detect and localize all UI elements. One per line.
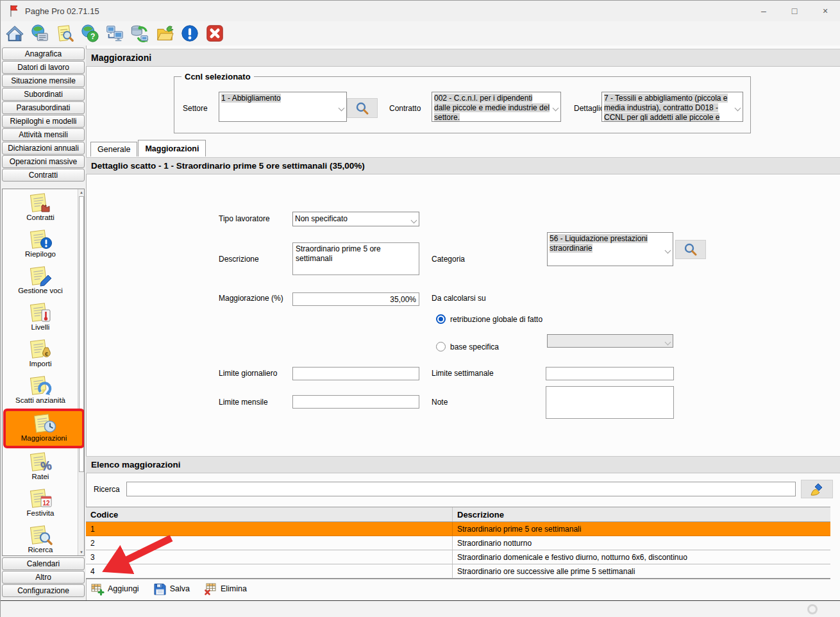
window-title: Paghe Pro 02.71.15: [25, 6, 99, 16]
sidebar-item-ricerca[interactable]: Ricerca: [3, 521, 78, 556]
limite-mensile-field[interactable]: [292, 395, 419, 409]
broom-icon: [810, 482, 824, 496]
table-row[interactable]: 2Straordinario notturno: [86, 536, 830, 550]
sidebar-item-livelli[interactable]: Livelli: [3, 299, 78, 335]
sidebar-item-label: Ricerca: [28, 546, 53, 554]
sidebar-scrollbar[interactable]: ▲ ▼: [78, 189, 84, 555]
sidebar-item-ratei[interactable]: %Ratei: [3, 448, 78, 485]
note-percent-icon: %: [27, 451, 54, 473]
limite-giornaliero-field[interactable]: [292, 367, 419, 380]
sidebar-item-gestione-voci[interactable]: Gestione voci: [3, 262, 78, 299]
sidebar-item-riepilogo[interactable]: Riepilogo: [3, 226, 78, 262]
data-sync-icon[interactable]: [130, 23, 150, 44]
exit-icon[interactable]: [205, 23, 225, 44]
note-clock-icon: [31, 412, 58, 434]
tipo-lavoratore-label: Tipo lavoratore: [219, 214, 270, 223]
column-header-descrizione[interactable]: Descrizione: [453, 507, 830, 521]
aggiungi-button[interactable]: Aggiungi: [88, 581, 142, 597]
limite-settimanale-field[interactable]: [546, 367, 674, 380]
sidebar-item-festivita[interactable]: 12Festivita: [3, 485, 78, 521]
web-help-icon[interactable]: ?: [80, 23, 100, 44]
status-indicator-icon: [807, 604, 818, 614]
table-add-icon: [91, 582, 108, 596]
categoria-value: 56 - Liquidazione prestazioni straordina…: [550, 234, 648, 253]
scroll-up-icon[interactable]: ▲: [79, 189, 84, 196]
descrizione-label: Descrizione: [219, 255, 259, 264]
web-news-icon[interactable]: [29, 23, 50, 44]
sidebar-item-importi[interactable]: €Importi: [3, 335, 78, 372]
limite-mensile-label: Limite mensile: [219, 398, 268, 407]
cell-descrizione: Straordinario prime 5 ore settimanali: [453, 522, 830, 536]
cell-descrizione: Straordinario ore successive alle prime …: [453, 564, 830, 578]
chevron-down-icon: [735, 106, 740, 111]
sidebar-button-contratti[interactable]: Contratti: [2, 169, 85, 182]
home-icon[interactable]: [4, 23, 25, 44]
column-header-codice[interactable]: Codice: [86, 507, 453, 521]
table-row[interactable]: 1Straordinario prime 5 ore settimanali: [86, 522, 830, 536]
sidebar-button-parasubordinati[interactable]: Parasubordinati: [2, 101, 85, 114]
scroll-down-icon[interactable]: ▼: [79, 549, 84, 555]
sidebar-button-attivit-mensili[interactable]: Attività mensili: [2, 128, 85, 141]
app-window: Paghe Pro 02.71.15 – □ × ? AnagraficaDat…: [0, 0, 840, 617]
categoria-combobox[interactable]: 56 - Liquidazione prestazioni straordina…: [547, 232, 673, 266]
sidebar-item-label: Livelli: [31, 323, 50, 331]
note-pen-icon: [27, 265, 54, 287]
maggiorazione-label: Maggiorazione (%): [219, 294, 283, 303]
tab-generale[interactable]: Generale: [90, 142, 137, 156]
sidebar-item-maggiorazioni[interactable]: Maggiorazioni: [3, 409, 85, 448]
svg-text:€: €: [45, 351, 48, 357]
da-calcolarsi-label: Da calcolarsi su: [432, 294, 486, 303]
sidebar-button-datori-di-lavoro[interactable]: Datori di lavoro: [2, 61, 85, 74]
note-info-icon: [27, 228, 54, 250]
sidebar-button-calendari[interactable]: Calendari: [2, 557, 85, 570]
chevron-down-icon: [339, 106, 344, 111]
descrizione-field[interactable]: Straordinario prime 5 ore settimanali: [292, 242, 419, 275]
tipo-lavoratore-combobox[interactable]: Non specificato: [292, 212, 419, 226]
elenco-title: Elenco maggiorazioni: [86, 456, 840, 473]
categoria-label: Categoria: [432, 255, 465, 264]
categoria-search-button[interactable]: [675, 240, 706, 259]
sidebar-button-dichiarazioni-annuali[interactable]: Dichiarazioni annuali: [2, 142, 85, 155]
sidebar-button-situazione-mensile[interactable]: Situazione mensile: [2, 74, 85, 87]
ricerca-field[interactable]: [126, 482, 796, 496]
sidebar-item-contratti[interactable]: Contratti: [3, 189, 78, 226]
maggiorazione-field[interactable]: [292, 292, 419, 306]
note-field[interactable]: [546, 386, 674, 419]
window-controls: – □ ×: [748, 1, 840, 21]
chevron-down-icon: [665, 248, 670, 253]
sidebar-icon-list: ContrattiRiepilogoGestione vociLivelli€I…: [3, 189, 78, 556]
dettaglio-combobox[interactable]: 7 - Tessili e abbigliamento (piccola e m…: [601, 92, 743, 122]
clear-filter-button[interactable]: [801, 480, 833, 498]
close-button[interactable]: ×: [810, 1, 840, 21]
maximize-button[interactable]: □: [779, 1, 810, 21]
settore-combobox[interactable]: 1 - Abbigliamento: [219, 92, 347, 122]
network-computers-icon[interactable]: [105, 23, 125, 44]
sidebar-item-scatti-anzianit[interactable]: Scatti anzianità: [3, 372, 78, 409]
contratto-combobox[interactable]: 002 - C.c.n.l. per i dipendenti dalle pi…: [432, 92, 561, 122]
folder-export-icon[interactable]: [155, 23, 175, 44]
table-row[interactable]: 4Straordinario ore successive alle prime…: [86, 564, 830, 579]
sidebar-item-label: Scatti anzianità: [15, 396, 65, 404]
salva-button[interactable]: Salva: [151, 581, 192, 597]
minimize-button[interactable]: –: [748, 1, 779, 21]
settore-search-button[interactable]: [347, 98, 378, 118]
chevron-down-icon: [411, 218, 416, 223]
tab-maggiorazioni[interactable]: Maggiorazioni: [138, 140, 206, 156]
note-search-icon: [27, 524, 54, 546]
table-row[interactable]: 3Straordinario domenicale e festivo diur…: [86, 550, 830, 564]
elimina-button[interactable]: Elimina: [201, 581, 249, 597]
sidebar-button-anagrafica[interactable]: Anagrafica: [2, 47, 85, 60]
sidebar-button-subordinati[interactable]: Subordinati: [2, 88, 85, 101]
sidebar-button-operazioni-massive[interactable]: Operazioni massive: [2, 155, 85, 168]
save-icon: [153, 582, 170, 596]
sidebar-button-riepiloghi-e-modelli[interactable]: Riepiloghi e modelli: [2, 115, 85, 128]
info-icon[interactable]: [180, 23, 200, 44]
radio-base-specifica[interactable]: [436, 342, 446, 351]
tipo-lavoratore-value: Non specificato: [295, 214, 348, 223]
sidebar-button-altro[interactable]: Altro: [2, 571, 85, 584]
sidebar-button-configurazione[interactable]: Configurazione: [2, 584, 85, 597]
document-search-icon[interactable]: [55, 23, 75, 44]
svg-text:12: 12: [42, 500, 50, 507]
ricerca-label: Ricerca: [94, 485, 120, 494]
radio-retribuzione-globale[interactable]: [436, 314, 446, 324]
